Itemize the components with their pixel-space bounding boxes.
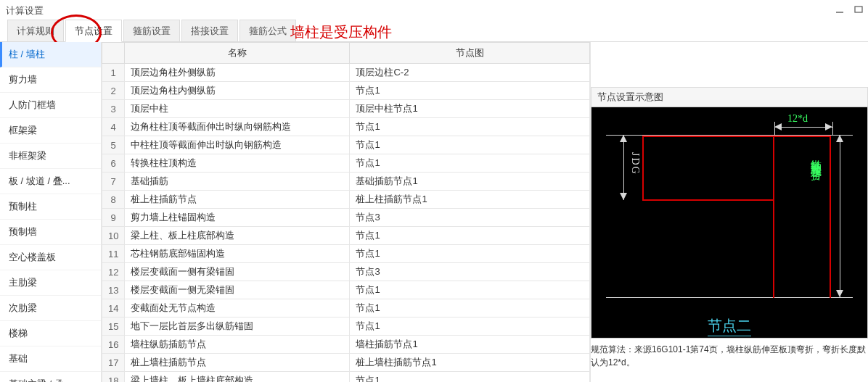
row-number: 17 xyxy=(102,354,125,372)
row-number: 4 xyxy=(102,118,125,136)
table-row[interactable]: 6转换柱柱顶构造节点1 xyxy=(102,154,590,173)
cell-node[interactable]: 顶层中柱节点1 xyxy=(350,100,590,118)
tab-node-settings[interactable]: 节点设置 xyxy=(65,20,122,42)
cell-node[interactable]: 节点1 xyxy=(350,299,590,317)
cell-node[interactable]: 节点1 xyxy=(350,136,590,154)
minimize-button[interactable] xyxy=(835,4,845,14)
table-row[interactable]: 17桩上墙柱插筋节点桩上墙柱插筋节点1 xyxy=(102,354,590,372)
cell-name[interactable]: 地下一层比首层多出纵筋锚固 xyxy=(125,317,350,336)
cell-name[interactable]: 桩上墙柱插筋节点 xyxy=(125,354,350,372)
diagram-label-12d: 12*d xyxy=(787,113,808,125)
sidebar-item-nonframe-beam[interactable]: 非框架梁 xyxy=(0,144,101,169)
table-row[interactable]: 8桩上柱插筋节点桩上柱插筋节点1 xyxy=(102,191,590,209)
window-controls xyxy=(835,4,864,14)
table-row[interactable]: 4边角柱柱顶等截面伸出时纵向钢筋构造节点1 xyxy=(102,118,590,136)
col-node: 节点图 xyxy=(350,43,590,64)
cell-node[interactable]: 节点3 xyxy=(350,263,590,281)
cell-name[interactable]: 顶层边角柱外侧纵筋 xyxy=(125,64,350,82)
rules-table-wrap[interactable]: 名称 节点图 1顶层边角柱外侧纵筋顶层边柱C-22顶层边角柱内侧纵筋节点13顶层… xyxy=(102,42,591,382)
table-row[interactable]: 3顶层中柱顶层中柱节点1 xyxy=(102,100,590,118)
diagram-node-label: 节点二 xyxy=(708,316,751,336)
cell-node[interactable]: 节点1 xyxy=(350,245,590,263)
table-row[interactable]: 1顶层边角柱外侧纵筋顶层边柱C-2 xyxy=(102,64,590,82)
cell-name[interactable]: 变截面处无节点构造 xyxy=(125,299,350,317)
cell-name[interactable]: 剪力墙上柱锚固构造 xyxy=(125,209,350,227)
table-row[interactable]: 18梁上墙柱、板上墙柱底部构造节点1 xyxy=(102,372,590,383)
cell-node[interactable]: 桩上柱插筋节点1 xyxy=(350,191,590,209)
table-row[interactable]: 2顶层边角柱内侧纵筋节点1 xyxy=(102,82,590,100)
row-number: 15 xyxy=(102,317,125,336)
cell-node[interactable]: 节点1 xyxy=(350,154,590,173)
sidebar-item-prefab-column[interactable]: 预制柱 xyxy=(0,194,101,220)
diagram-canvas: 12*d JDG 纵筋伸至柱顶弯折 节点二 xyxy=(591,107,868,339)
row-number: 3 xyxy=(102,100,125,118)
table-row[interactable]: 14变截面处无节点构造节点1 xyxy=(102,299,590,317)
row-number: 6 xyxy=(102,154,125,173)
table-row[interactable]: 7基础插筋基础插筋节点1 xyxy=(102,173,590,191)
row-number: 10 xyxy=(102,227,125,245)
sidebar-item-slab[interactable]: 板 / 坡道 / 叠... xyxy=(0,169,101,194)
diagram-label-jdg: JDG xyxy=(629,152,641,175)
cell-name[interactable]: 墙柱纵筋插筋节点 xyxy=(125,336,350,354)
cell-name[interactable]: 顶层边角柱内侧纵筋 xyxy=(125,82,350,100)
sidebar-item-defense-door[interactable]: 人防门框墙 xyxy=(0,93,101,118)
row-number: 1 xyxy=(102,64,125,82)
cell-name[interactable]: 芯柱钢筋底部锚固构造 xyxy=(125,245,350,263)
preview-panel: 节点设置示意图 xyxy=(591,42,868,382)
cell-node[interactable]: 节点1 xyxy=(350,118,590,136)
table-row[interactable]: 15地下一层比首层多出纵筋锚固节点1 xyxy=(102,317,590,336)
sidebar-item-column-wall[interactable]: 柱 / 墙柱 xyxy=(0,42,101,67)
sidebar-item-main-rib[interactable]: 主肋梁 xyxy=(0,270,101,296)
tab-lap-settings[interactable]: 搭接设置 xyxy=(181,20,238,41)
cell-node[interactable]: 墙柱插筋节点1 xyxy=(350,336,590,354)
table-row[interactable]: 16墙柱纵筋插筋节点墙柱插筋节点1 xyxy=(102,336,590,354)
cell-node[interactable]: 节点1 xyxy=(350,317,590,336)
sidebar-item-shearwall[interactable]: 剪力墙 xyxy=(0,67,101,93)
cell-name[interactable]: 边角柱柱顶等截面伸出时纵向钢筋构造 xyxy=(125,118,350,136)
tab-stirrup-formula[interactable]: 箍筋公式 xyxy=(239,20,296,41)
cell-name[interactable]: 楼层变截面一侧无梁锚固 xyxy=(125,281,350,299)
row-number: 11 xyxy=(102,245,125,263)
table-row[interactable]: 5中柱柱顶等截面伸出时纵向钢筋构造节点1 xyxy=(102,136,590,154)
cell-name[interactable]: 梁上柱、板上柱底部构造 xyxy=(125,227,350,245)
sidebar-item-prefab-wall[interactable]: 预制墙 xyxy=(0,220,101,245)
window-title: 计算设置 xyxy=(6,4,44,17)
table-row[interactable]: 12楼层变截面一侧有梁锚固节点3 xyxy=(102,263,590,281)
table-row[interactable]: 9剪力墙上柱锚固构造节点3 xyxy=(102,209,590,227)
table-row[interactable]: 10梁上柱、板上柱底部构造节点1 xyxy=(102,227,590,245)
sidebar-item-stairs[interactable]: 楼梯 xyxy=(0,321,101,346)
sidebar-item-foundation-main-beam[interactable]: 基础主梁 / 承... xyxy=(0,372,101,382)
cell-node[interactable]: 节点1 xyxy=(350,281,590,299)
svg-rect-1 xyxy=(855,7,862,12)
title-bar: 计算设置 xyxy=(0,0,868,22)
cell-node[interactable]: 桩上墙柱插筋节点1 xyxy=(350,354,590,372)
cell-name[interactable]: 中柱柱顶等截面伸出时纵向钢筋构造 xyxy=(125,136,350,154)
tab-calc-rules[interactable]: 计算规则 xyxy=(7,20,64,41)
row-number: 8 xyxy=(102,191,125,209)
cell-node[interactable]: 节点1 xyxy=(350,82,590,100)
sidebar-item-frame-beam[interactable]: 框架梁 xyxy=(0,118,101,144)
cell-node[interactable]: 节点1 xyxy=(350,227,590,245)
table-row[interactable]: 11芯柱钢筋底部锚固构造节点1 xyxy=(102,245,590,263)
cell-name[interactable]: 转换柱柱顶构造 xyxy=(125,154,350,173)
row-number: 5 xyxy=(102,136,125,154)
cell-name[interactable]: 楼层变截面一侧有梁锚固 xyxy=(125,263,350,281)
cell-node[interactable]: 顶层边柱C-2 xyxy=(350,64,590,82)
cell-name[interactable]: 基础插筋 xyxy=(125,173,350,191)
sidebar-item-hollow-slab[interactable]: 空心楼盖板 xyxy=(0,245,101,270)
table-row[interactable]: 13楼层变截面一侧无梁锚固节点1 xyxy=(102,281,590,299)
cell-node[interactable]: 节点1 xyxy=(350,372,590,383)
row-number: 13 xyxy=(102,281,125,299)
tab-stirrup-settings[interactable]: 箍筋设置 xyxy=(123,20,180,41)
cell-name[interactable]: 顶层中柱 xyxy=(125,100,350,118)
row-number: 16 xyxy=(102,336,125,354)
cell-name[interactable]: 桩上柱插筋节点 xyxy=(125,191,350,209)
col-name: 名称 xyxy=(125,43,350,64)
cell-node[interactable]: 基础插筋节点1 xyxy=(350,173,590,191)
cell-name[interactable]: 梁上墙柱、板上墙柱底部构造 xyxy=(125,372,350,383)
row-number: 2 xyxy=(102,82,125,100)
maximize-button[interactable] xyxy=(853,4,864,14)
sidebar-item-foundation[interactable]: 基础 xyxy=(0,346,101,372)
sidebar-item-secondary-rib[interactable]: 次肋梁 xyxy=(0,296,101,321)
cell-node[interactable]: 节点3 xyxy=(350,209,590,227)
